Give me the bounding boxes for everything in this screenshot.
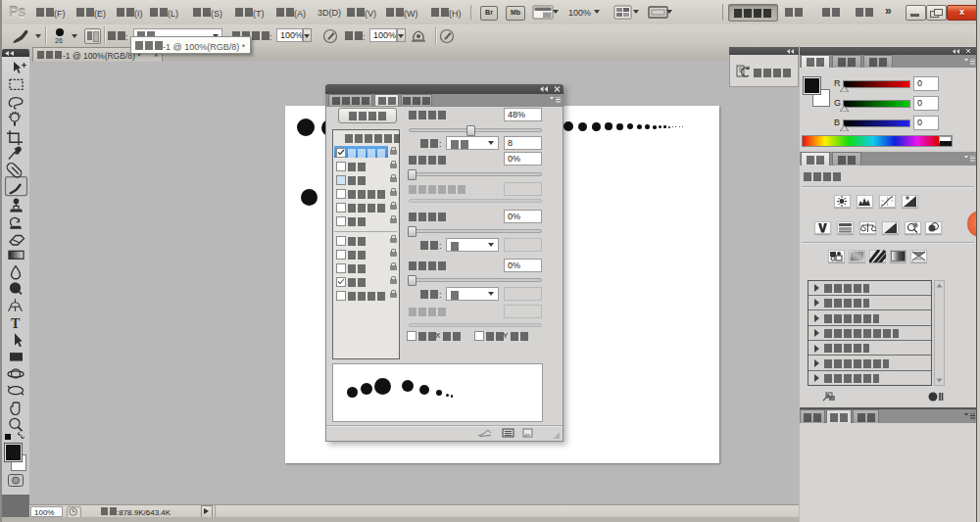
svg-text:T: T (11, 316, 21, 331)
